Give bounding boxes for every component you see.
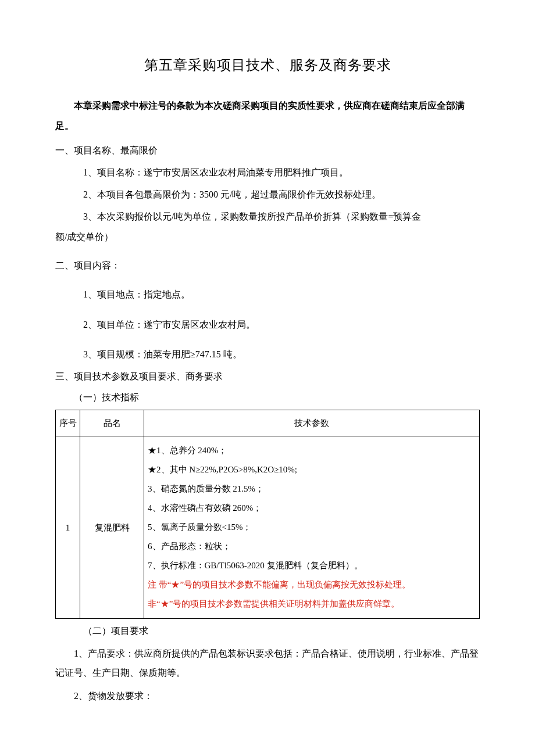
- req-2: 2、货物发放要求：: [55, 686, 480, 706]
- chapter-title: 第五章采购项目技术、服务及商务要求: [55, 52, 480, 79]
- cell-params: ★1、总养分 240%； ★2、其中 N≥22%,P2O5>8%,K2O≥10%…: [144, 436, 480, 619]
- section-1-heading: 一、项目名称、最高限价: [55, 142, 480, 159]
- item-2-1: 1、项目地点：指定地点。: [55, 285, 480, 304]
- th-seq: 序号: [56, 410, 80, 436]
- param-6: 6、产品形态：粒状；: [148, 537, 476, 556]
- param-note-2: 非“★”号的项目技术参数需提供相关证明材料并加盖供应商鲜章。: [148, 594, 476, 614]
- param-3: 3、硝态氮的质量分数 21.5%；: [148, 479, 476, 499]
- req-1: 1、产品要求：供应商所提供的产品包装标识要求包括：产品合格证、使用说明，行业标准…: [55, 644, 480, 683]
- param-5: 5、氯离子质量分数<15%；: [148, 518, 476, 537]
- param-4: 4、水溶性磷占有效磷 260%；: [148, 499, 476, 518]
- intro-paragraph: 本章采购需求中标注号的条款为本次磋商采购项目的实质性要求，供应商在磋商结束后应全…: [55, 95, 480, 136]
- item-1-1: 1、项目名称：遂宁市安居区农业农村局油菜专用肥料推广项目。: [55, 163, 480, 182]
- table-row: 1 复混肥料 ★1、总养分 240%； ★2、其中 N≥22%,P2O5>8%,…: [56, 436, 480, 619]
- tech-spec-table: 序号 品名 技术参数 1 复混肥料 ★1、总养分 240%； ★2、其中 N≥2…: [55, 410, 480, 619]
- th-param: 技术参数: [144, 410, 480, 436]
- section-3-heading: 三、项目技术参数及项目要求、商务要求: [55, 368, 480, 385]
- section-2-heading: 二、项目内容：: [55, 257, 480, 274]
- param-note-1: 注 带“★”号的项目技术参数不能偏离，出现负偏离按无效投标处理。: [148, 575, 476, 594]
- subsection-3-1: （一）技术指标: [55, 389, 480, 406]
- item-2-2: 2、项目单位：遂宁市安居区农业农村局。: [55, 315, 480, 335]
- item-2-3: 3、项目规模：油菜专用肥≥747.15 吨。: [55, 345, 480, 364]
- item-1-3-line1: 3、本次采购报价以元/吨为单位，采购数量按所投产品单价折算（采购数量=预算金: [55, 207, 480, 227]
- param-2: ★2、其中 N≥22%,P2O5>8%,K2O≥10%;: [148, 460, 476, 479]
- item-1-3-line2: 额/成交单价）: [55, 228, 480, 246]
- th-name: 品名: [80, 410, 144, 436]
- item-1-2: 2、本项目各包最高限价为：3500 元/吨，超过最高限价作无效投标处理。: [55, 185, 480, 205]
- cell-name: 复混肥料: [80, 436, 144, 619]
- subsection-3-2: （二）项目要求: [55, 622, 480, 640]
- param-1: ★1、总养分 240%；: [148, 441, 476, 460]
- cell-seq: 1: [56, 436, 80, 619]
- param-7: 7、执行标准：GB/Tl5063-2020 复混肥料（复合肥料）。: [148, 556, 476, 575]
